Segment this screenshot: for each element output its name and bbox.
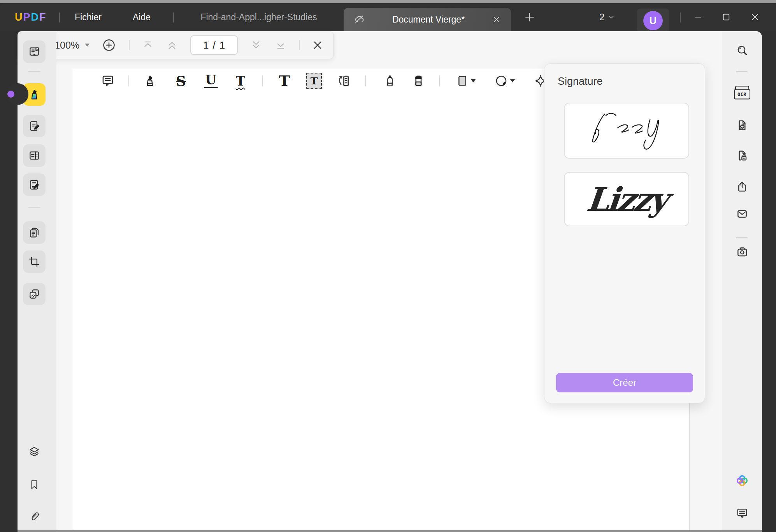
compare-documents-icon — [28, 288, 40, 300]
window-count-dropdown[interactable]: 2 — [599, 3, 615, 31]
next-pages-button[interactable] — [250, 39, 262, 51]
permissions-button[interactable] — [736, 149, 748, 162]
search-button[interactable] — [736, 44, 748, 57]
last-page-button[interactable] — [275, 39, 286, 51]
chevron-down-icon[interactable] — [471, 79, 476, 82]
avatar-initial: U — [650, 15, 657, 27]
ocr-button[interactable]: OCR — [734, 86, 750, 100]
convert-file-icon — [736, 119, 748, 131]
sidebar-item-compare[interactable] — [23, 283, 46, 305]
sidebar-item-form[interactable] — [23, 144, 46, 167]
page-navigation-bar: 100% 1 / 1 — [18, 31, 334, 59]
titlebar-separator — [680, 12, 681, 23]
zoom-level-dropdown[interactable]: 100% — [54, 40, 90, 51]
tool-shape-rectangle[interactable] — [456, 71, 476, 91]
previous-pages-button[interactable] — [166, 39, 178, 51]
note-icon — [101, 74, 114, 88]
new-tab-button[interactable] — [521, 3, 539, 31]
tool-strikethrough[interactable]: S — [176, 71, 186, 91]
maximize-button[interactable] — [717, 3, 735, 31]
tool-pencil[interactable] — [383, 71, 397, 91]
menu-fichier[interactable]: Fichier — [75, 3, 102, 31]
toolbar-separator — [365, 75, 366, 86]
feedback-button[interactable] — [736, 507, 748, 520]
logo-letter-f: F — [39, 11, 46, 23]
titlebar: UPDF Fichier Aide Find-and-Appl...igher-… — [0, 3, 776, 31]
form-icon — [28, 150, 40, 161]
chevron-down-icon[interactable] — [510, 79, 515, 82]
sidebar-item-edit[interactable] — [23, 173, 46, 196]
double-chevron-up-icon — [166, 39, 178, 51]
toolbar-separator — [262, 75, 263, 86]
highlighter-icon — [28, 88, 40, 101]
tool-sticker[interactable] — [495, 71, 515, 91]
reader-view-icon — [28, 46, 40, 58]
tab-inactive[interactable]: Find-and-Appl...igher-Studies — [187, 3, 331, 31]
tab-active[interactable]: Document Vierge* — [344, 8, 511, 31]
signature-panel: Signature Lizzy Créer — [544, 63, 705, 403]
ai-assistant-button[interactable] — [735, 474, 749, 489]
share-icon — [736, 180, 748, 193]
tool-text-box[interactable]: T — [306, 71, 322, 91]
close-navigation-button[interactable] — [312, 40, 323, 51]
tool-text[interactable]: T — [279, 71, 290, 91]
share-button[interactable] — [736, 180, 748, 193]
window-count: 2 — [599, 12, 604, 23]
sticker-icon — [495, 74, 508, 88]
left-sidebar — [18, 31, 56, 532]
mail-icon — [736, 208, 748, 220]
zoom-in-button[interactable] — [102, 38, 116, 52]
menu-aide[interactable]: Aide — [133, 3, 151, 31]
sidebar-item-attachment[interactable] — [23, 505, 46, 528]
sidebar-divider — [28, 71, 40, 72]
logo-letter-d: D — [31, 11, 39, 23]
convert-button[interactable] — [736, 119, 748, 131]
create-signature-button[interactable]: Créer — [556, 373, 693, 392]
tab-close-icon[interactable] — [492, 15, 501, 24]
account-button[interactable]: U — [637, 9, 669, 33]
email-button[interactable] — [736, 208, 748, 220]
minimize-button[interactable] — [689, 3, 707, 31]
organize-pages-icon — [28, 227, 40, 238]
close-window-button[interactable] — [746, 3, 764, 31]
feedback-icon — [736, 507, 748, 520]
screenshot-button[interactable] — [736, 246, 748, 258]
sidebar-item-layers[interactable] — [23, 440, 46, 463]
layers-icon — [28, 446, 40, 457]
page-indicator[interactable]: 1 / 1 — [190, 35, 238, 55]
crop-icon — [28, 256, 40, 268]
titlebar-separator — [173, 12, 174, 23]
sidebar-item-comment[interactable] — [23, 115, 46, 137]
panel-title: Signature — [558, 75, 603, 88]
sidebar-item-pages[interactable] — [23, 221, 46, 244]
camera-icon — [736, 246, 748, 258]
sidebar-item-crop[interactable] — [23, 250, 46, 273]
underline-icon: U — [204, 74, 218, 88]
zoom-level: 100% — [54, 40, 79, 51]
script-signature-lizzy: Lizzy — [585, 183, 668, 215]
sidebar-divider — [736, 71, 748, 72]
tool-squiggly-underline[interactable]: T — [236, 71, 246, 91]
signature-item-handwritten[interactable] — [564, 103, 689, 159]
sidebar-item-bookmark[interactable] — [23, 473, 46, 496]
tool-underline[interactable]: U — [204, 71, 218, 91]
tool-callout[interactable] — [337, 71, 350, 91]
tool-note[interactable] — [101, 71, 114, 91]
page-lock-icon — [736, 149, 748, 162]
first-page-button[interactable] — [142, 39, 154, 51]
tool-eraser[interactable] — [412, 71, 425, 91]
edit-icon — [28, 179, 40, 191]
signature-item-script[interactable]: Lizzy — [564, 172, 689, 226]
page-total: 1 — [219, 39, 225, 51]
toolbar-separator — [439, 75, 440, 86]
ocr-icon: OCR — [734, 86, 750, 100]
tool-highlight[interactable] — [143, 71, 156, 91]
close-icon — [312, 40, 323, 51]
chevron-down-icon — [85, 44, 90, 47]
updf-logo: UPDF — [15, 3, 47, 31]
pencil-icon — [383, 74, 397, 88]
sidebar-item-reader[interactable] — [23, 40, 46, 63]
last-page-icon — [275, 39, 286, 51]
toolbar-separator — [128, 75, 129, 86]
right-sidebar: OCR — [722, 31, 762, 532]
